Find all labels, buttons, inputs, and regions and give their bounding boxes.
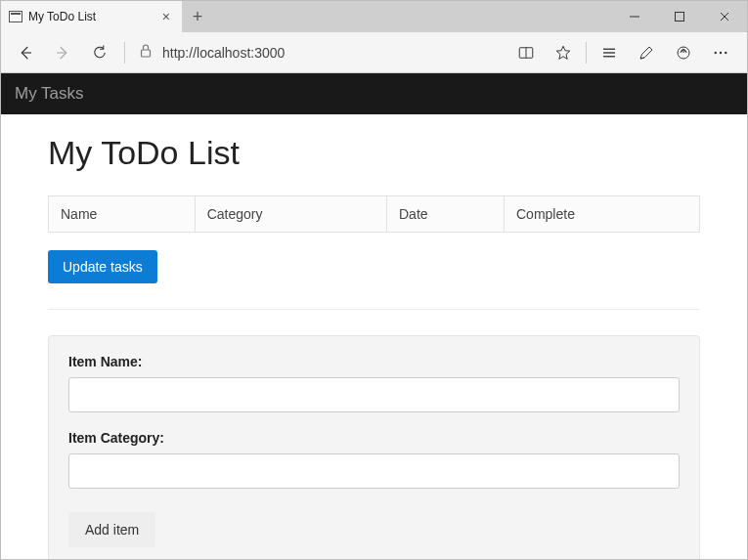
back-button[interactable] xyxy=(9,36,42,69)
more-button[interactable] xyxy=(702,36,739,69)
add-item-button[interactable]: Add item xyxy=(68,512,155,547)
svg-rect-6 xyxy=(142,50,151,57)
browser-toolbar: http://localhost:3000 xyxy=(1,32,747,73)
toolbar-separator xyxy=(124,42,125,64)
share-button[interactable] xyxy=(665,36,702,69)
url-text: http://localhost:3000 xyxy=(162,45,285,61)
table-header-row: Name Category Date Complete xyxy=(49,196,700,233)
item-category-label: Item Category: xyxy=(68,430,680,446)
new-tab-button[interactable]: + xyxy=(182,1,213,32)
app-nav-bar: My Tasks xyxy=(1,73,747,114)
reading-view-button[interactable] xyxy=(507,36,545,69)
app-brand[interactable]: My Tasks xyxy=(15,84,84,104)
browser-tab[interactable]: My ToDo List × xyxy=(1,1,182,32)
svg-point-14 xyxy=(682,49,685,52)
address-bar[interactable]: http://localhost:3000 xyxy=(133,38,504,67)
col-date: Date xyxy=(387,196,505,233)
svg-point-15 xyxy=(715,51,717,53)
toolbar-separator-2 xyxy=(586,42,587,64)
col-complete: Complete xyxy=(505,196,700,233)
hub-button[interactable] xyxy=(591,36,628,69)
tab-title: My ToDo List xyxy=(28,10,96,23)
add-item-form: Item Name: Item Category: Add item xyxy=(48,335,700,560)
todo-table: Name Category Date Complete xyxy=(48,195,700,233)
update-tasks-button[interactable]: Update tasks xyxy=(48,250,157,283)
toolbar-right xyxy=(507,36,739,69)
col-category: Category xyxy=(195,196,386,233)
svg-point-17 xyxy=(725,51,726,53)
col-name: Name xyxy=(49,196,196,233)
forward-button[interactable] xyxy=(46,36,79,69)
close-window-button[interactable] xyxy=(702,1,747,32)
svg-point-16 xyxy=(720,51,722,53)
item-name-label: Item Name: xyxy=(68,354,680,369)
window-controls xyxy=(612,1,747,32)
refresh-button[interactable] xyxy=(83,36,116,69)
page-title: My ToDo List xyxy=(48,134,700,172)
minimize-button[interactable] xyxy=(612,1,657,32)
divider xyxy=(48,309,700,310)
item-name-input[interactable] xyxy=(68,377,680,412)
content-area: My ToDo List Name Category Date Complete… xyxy=(1,114,747,560)
item-category-input[interactable] xyxy=(68,453,680,489)
lock-icon xyxy=(139,43,153,62)
page-icon xyxy=(9,11,22,22)
svg-rect-1 xyxy=(676,13,684,22)
window-titlebar: My ToDo List × + xyxy=(1,1,747,32)
close-tab-icon[interactable]: × xyxy=(158,9,174,24)
maximize-button[interactable] xyxy=(657,1,702,32)
favorite-button[interactable] xyxy=(545,36,582,69)
notes-button[interactable] xyxy=(628,36,665,69)
page-viewport: My Tasks My ToDo List Name Category Date… xyxy=(1,73,747,560)
